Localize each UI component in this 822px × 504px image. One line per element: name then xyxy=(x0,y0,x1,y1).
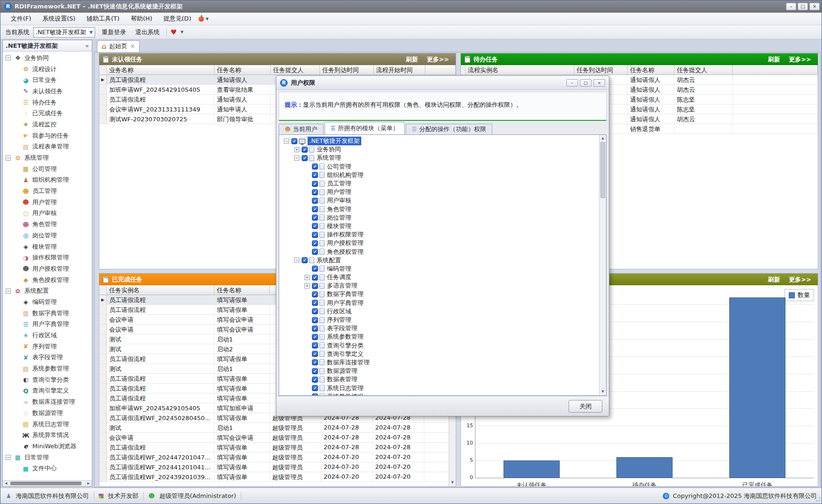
sidebar-item-用户审核[interactable]: ○用户审核 xyxy=(3,208,92,219)
tree-node-公司管理[interactable]: ✔公司管理 xyxy=(281,163,606,171)
sidebar-item-系统异常情况[interactable]: Ж系统异常情况 xyxy=(3,430,92,441)
exit-system-button[interactable]: 退出系统 xyxy=(133,27,163,38)
sidebar-item-已完成任务[interactable]: ☝已完成任务 xyxy=(3,108,92,119)
sidebar-item-表字段管理[interactable]: ✘表字段管理 xyxy=(3,352,92,363)
sidebar-item-公司管理[interactable]: ▦公司管理 xyxy=(3,163,92,175)
checked-checkbox[interactable]: ✔ xyxy=(302,257,308,263)
tree-node-用户字典管理[interactable]: ✔用户字典管理 xyxy=(281,299,606,307)
checked-checkbox[interactable]: ✔ xyxy=(312,368,318,374)
sidebar-item-岗位管理[interactable]: ◎岗位管理 xyxy=(3,230,92,241)
sidebar-item-查询引擎定义[interactable]: Q查询引擎定义 xyxy=(3,385,92,397)
favorite-heart-icon[interactable]: ♥ xyxy=(170,28,177,37)
sidebar-group-系统管理[interactable]: −⚙系统管理 xyxy=(3,152,92,163)
table-row[interactable]: 员工请假流程WF_202439201039...填写请假单超级管理员2024-0… xyxy=(99,472,456,482)
table-row[interactable]: 测试启动1超级管理员2024-07-282024-07-28 xyxy=(99,423,456,433)
tree-node-数据源管理[interactable]: ✔数据源管理 xyxy=(281,367,606,375)
column-header-业务名称[interactable]: 业务名称 xyxy=(107,65,215,74)
todo-more-button[interactable]: 更多>> xyxy=(786,55,814,64)
tree-node-用户管理[interactable]: ✔用户管理 xyxy=(281,188,606,196)
column-header-任务名称[interactable]: 任务名称 xyxy=(628,65,674,74)
checked-checkbox[interactable]: ✔ xyxy=(291,138,297,144)
menu-item-0[interactable]: 文件(F) xyxy=(5,14,37,23)
sidebar-item-模块管理[interactable]: ◈模块管理 xyxy=(3,241,92,252)
checked-checkbox[interactable]: ✔ xyxy=(312,181,318,187)
column-header-流程开始时间[interactable]: 流程开始时间 xyxy=(374,65,425,74)
column-header-任务到达时间[interactable]: 任务到达时间 xyxy=(574,65,628,74)
tree-node-任务调度[interactable]: +✔任务调度 xyxy=(281,273,606,282)
sidebar-item-行政区域[interactable]: ✳行政区域 xyxy=(3,330,92,341)
tree-node-表字段管理[interactable]: ✔表字段管理 xyxy=(281,324,606,333)
sidebar-item-用户管理[interactable]: ☻用户管理 xyxy=(3,197,92,208)
tree-node-组织机构管理[interactable]: ✔组织机构管理 xyxy=(281,171,606,179)
dialog-tab-1[interactable]: ☰所拥有的模块（菜单） xyxy=(325,122,405,134)
tree-node-用户审核[interactable]: ✔用户审核 xyxy=(281,196,606,205)
sidebar-item-员工管理[interactable]: ☻员工管理 xyxy=(3,185,92,197)
checked-checkbox[interactable]: ✔ xyxy=(312,359,318,365)
table-row[interactable]: 会议申请填写会议申请超级管理员2024-07-282024-07-28 xyxy=(99,433,456,443)
sidebar-item-角色授权管理[interactable]: ◆角色授权管理 xyxy=(3,274,92,286)
sidebar-group-系统配置[interactable]: −✿系统配置 xyxy=(3,285,92,296)
scroll-right-icon[interactable]: ▶ xyxy=(86,481,91,486)
checked-checkbox[interactable]: ✔ xyxy=(312,385,318,391)
tree-vertical-scrollbar[interactable]: ▲ ▼ xyxy=(599,135,606,395)
expander-minus-icon[interactable]: − xyxy=(6,55,11,60)
scroll-up-icon[interactable]: ▲ xyxy=(600,135,606,141)
tree-node-系统配置[interactable]: −✔系统配置 xyxy=(281,256,606,265)
tree-node-业务协同[interactable]: +✔业务协同 xyxy=(281,145,606,154)
tree-node-编码管理[interactable]: ✔编码管理 xyxy=(281,265,606,273)
dialog-tab-0[interactable]: ☻当前用户 xyxy=(279,124,324,134)
sidebar-item-操作权限管理[interactable]: ◑操作权限管理 xyxy=(3,252,92,263)
chart-refresh-button[interactable]: 刷新 xyxy=(765,275,783,284)
scroll-down-icon[interactable]: ▼ xyxy=(600,389,606,395)
system-combo[interactable]: .NET敏捷开发框架 ▼ xyxy=(33,27,95,37)
sidebar-item-编码管理[interactable]: ◈编码管理 xyxy=(3,296,92,308)
tree-node-角色授权管理[interactable]: ✔角色授权管理 xyxy=(281,247,606,256)
sidebar-item-用户字典管理[interactable]: ☰用户字典管理 xyxy=(3,319,92,330)
chart-more-button[interactable]: 更多>> xyxy=(786,275,814,284)
scroll-down-icon[interactable]: ▼ xyxy=(449,480,456,486)
checked-checkbox[interactable]: ✔ xyxy=(302,155,308,161)
sidebar-collapse-button[interactable]: « xyxy=(85,42,89,49)
tree-node-数据字典管理[interactable]: ✔数据字典管理 xyxy=(281,290,606,298)
relogin-button[interactable]: 重新登录 xyxy=(99,27,129,38)
tree-node-模块管理[interactable]: ✔模块管理 xyxy=(281,222,606,230)
tree-node-查询引擎定义[interactable]: ✔查询引擎定义 xyxy=(281,350,606,358)
checked-checkbox[interactable]: ✔ xyxy=(312,308,318,314)
tree-node-岗位管理[interactable]: ✔岗位管理 xyxy=(281,214,606,222)
skin-picker-caret-icon[interactable]: ▼ xyxy=(206,17,208,21)
sidebar-item-流程设计[interactable]: ⚙流程设计 xyxy=(3,64,92,75)
tree-node-数据库连接管理[interactable]: ✔数据库连接管理 xyxy=(281,358,606,367)
sidebar-item-文件中心[interactable]: ■文件中心 xyxy=(3,463,92,474)
sidebar-item-数据库连接管理[interactable]: ∞数据库连接管理 xyxy=(3,396,92,408)
sidebar-item-查询引擎分类[interactable]: ◐查询引擎分类 xyxy=(3,374,92,385)
tree-node-系统管理[interactable]: −✔系统管理 xyxy=(281,154,606,162)
scrollbar-thumb[interactable] xyxy=(10,482,81,485)
sidebar-item-角色管理[interactable]: ☻角色管理 xyxy=(3,219,92,230)
sidebar-item-流程监控[interactable]: ★流程监控 xyxy=(3,119,92,130)
dialog-tab-2[interactable]: ☰分配的操作（功能）权限 xyxy=(406,124,492,134)
tree-node-系统参数管理[interactable]: ✔系统参数管理 xyxy=(281,333,606,341)
sidebar-item-未认领任务[interactable]: ✎未认领任务 xyxy=(3,86,92,97)
close-button[interactable]: 关闭 xyxy=(569,400,602,413)
expander-minus-icon[interactable]: − xyxy=(294,156,299,161)
checked-checkbox[interactable]: ✔ xyxy=(312,163,318,170)
checked-checkbox[interactable]: ✔ xyxy=(312,232,318,238)
sidebar-group-日常管理[interactable]: −▦日常管理 xyxy=(3,452,92,463)
checked-checkbox[interactable]: ✔ xyxy=(312,283,318,289)
checked-checkbox[interactable]: ✔ xyxy=(312,342,318,348)
checked-checkbox[interactable]: ✔ xyxy=(312,274,318,281)
tree-node-行政区域[interactable]: ✔行政区域 xyxy=(281,307,606,316)
expander-minus-icon[interactable]: − xyxy=(6,455,11,460)
sidebar-item-序列管理[interactable]: ✘序列管理 xyxy=(3,341,92,352)
sidebar-item-系统参数管理[interactable]: ▤系统参数管理 xyxy=(3,363,92,374)
dialog-close-button[interactable]: × xyxy=(593,79,605,87)
menu-item-3[interactable]: 帮助(H) xyxy=(125,14,158,23)
scrollbar-thumb[interactable] xyxy=(600,142,605,198)
menu-item-4[interactable]: 提意见(D) xyxy=(158,14,197,23)
column-header-任务实例名[interactable]: 任务实例名 xyxy=(107,285,215,295)
expander-minus-icon[interactable]: − xyxy=(6,289,11,294)
column-header-任务提交人[interactable]: 任务提交人 xyxy=(674,65,733,74)
sidebar-item-待办任务[interactable]: ☰待办任务 xyxy=(3,97,92,108)
dialog-maximize-button[interactable]: □ xyxy=(580,79,592,87)
expander-plus-icon[interactable]: + xyxy=(304,283,310,289)
